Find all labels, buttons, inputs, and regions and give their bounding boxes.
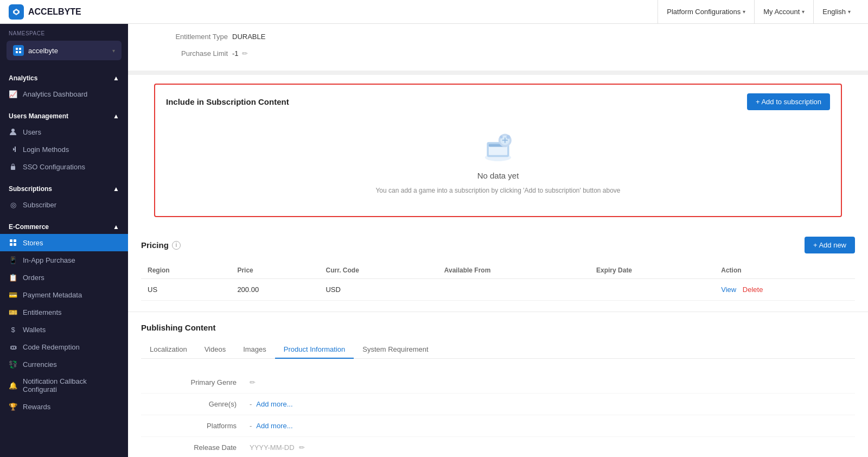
entitlement-type-value: DURABLE [232,33,265,41]
subscription-section: Include in Subscription Content + Add to… [154,84,842,217]
release-date-label: Release Date [141,443,250,452]
col-available-from: Available From [438,262,590,279]
orders-icon: 📋 [9,273,17,282]
view-pricing-link[interactable]: View [721,285,736,294]
pricing-curr-code: USD [319,279,437,301]
svg-rect-2 [16,51,18,53]
sidebar-item-subscriber[interactable]: ◎ Subscriber [0,196,128,213]
sidebar-item-sso-configurations[interactable]: SSO Configurations [0,158,128,175]
svg-rect-3 [19,51,21,53]
sidebar-item-currencies[interactable]: 💱 Currencies [0,356,128,373]
subscription-empty-state: No data yet You can add a game into a su… [166,119,830,207]
svg-rect-0 [16,48,18,50]
svg-rect-5 [11,166,15,170]
genres-row: Genre(s) - Add more... [141,393,855,415]
primary-genre-edit-icon[interactable]: ✏ [250,378,256,386]
main-layout: NAMESPACE accelbyte ▾ Analytics ▲ 📈 A [0,24,868,457]
sidebar-section-header-users-management[interactable]: Users Management ▲ [0,107,128,123]
purchase-limit-edit-icon[interactable]: ✏ [242,49,248,58]
pricing-section: Pricing i + Add new Region Price Curr. C… [128,226,868,312]
entitlements-icon: 🎫 [9,308,17,316]
namespace-selector[interactable]: accelbyte ▾ [7,41,122,60]
publishing-title: Publishing Content [141,323,855,332]
col-region: Region [141,262,231,279]
subscription-header: Include in Subscription Content + Add to… [166,93,830,110]
release-date-row: Release Date YYYY-MM-DD ✏ [141,437,855,457]
col-expiry-date: Expiry Date [590,262,714,279]
pricing-row-1: US 200.00 USD View Delete [141,279,855,301]
empty-state-illustration [479,132,517,164]
add-to-subscription-button[interactable]: + Add to subscription [747,93,830,110]
sidebar-item-orders[interactable]: 📋 Orders [0,269,128,286]
pricing-price: 200.00 [231,279,319,301]
pricing-info-icon[interactable]: i [172,241,181,250]
content-area: Entitlement Type DURABLE Purchase Limit … [128,24,868,457]
top-nav-right: Platform Configurations ▾ My Account ▾ E… [658,0,859,24]
sidebar-section-header-subscriptions[interactable]: Subscriptions ▲ [0,180,128,196]
product-information-content: Primary Genre ✏ Genre(s) - Add more... P… [141,372,855,457]
pricing-table-body: US 200.00 USD View Delete [141,279,855,301]
language-menu[interactable]: English ▾ [813,0,859,24]
platforms-add-more[interactable]: Add more... [256,422,292,430]
users-management-collapse-icon: ▲ [113,112,119,120]
sidebar-item-payment-metadata[interactable]: 💳 Payment Metadata [0,286,128,303]
login-methods-icon [9,145,17,154]
col-price: Price [231,262,319,279]
wallets-icon: $ [9,325,17,334]
brand-name: ACCELBYTE [28,7,81,17]
sidebar-section-header-ecommerce[interactable]: E-Commerce ▲ [0,218,128,234]
publishing-section: Publishing Content Localization Videos I… [128,312,868,457]
platform-config-chevron-icon: ▾ [743,9,745,15]
sidebar-section-subscriptions: Subscriptions ▲ ◎ Subscriber [0,180,128,218]
svg-point-19 [500,136,502,138]
subscriptions-collapse-icon: ▲ [113,185,119,193]
subscription-title: Include in Subscription Content [166,97,289,106]
sidebar-section-header-analytics[interactable]: Analytics ▲ [0,69,128,85]
platforms-label: Platforms [141,422,250,430]
tab-videos[interactable]: Videos [196,341,235,359]
language-chevron-icon: ▾ [848,9,851,15]
entitlement-type-label: Entitlement Type [141,33,228,41]
sidebar-item-wallets[interactable]: $ Wallets [0,321,128,338]
top-navigation: ACCELBYTE Platform Configurations ▾ My A… [0,0,868,24]
add-new-pricing-button[interactable]: + Add new [805,237,855,253]
release-date-edit-icon[interactable]: ✏ [299,443,305,452]
payment-metadata-icon: 💳 [9,290,17,299]
logo-icon [9,4,24,20]
primary-genre-label: Primary Genre [141,378,250,386]
ecommerce-collapse-icon: ▲ [113,223,119,231]
pricing-region: US [141,279,231,301]
sidebar-item-notification-callback[interactable]: 🔔 Notification Callback Configurati [0,373,128,398]
tab-system-requirement[interactable]: System Requirement [354,341,437,359]
primary-genre-row: Primary Genre ✏ [141,372,855,393]
sidebar-item-analytics-dashboard[interactable]: 📈 Analytics Dashboard [0,85,128,103]
namespace-label: NAMESPACE [0,24,128,41]
account-menu[interactable]: My Account ▾ [754,0,813,24]
platform-configurations-menu[interactable]: Platform Configurations ▾ [658,0,754,24]
notification-callback-icon: 🔔 [9,381,17,390]
pricing-header: Pricing i + Add new [141,237,855,253]
purchase-limit-label: Purchase Limit [141,49,228,58]
svg-rect-7 [14,239,16,242]
pricing-expiry-date [590,279,714,301]
delete-pricing-link[interactable]: Delete [743,285,763,294]
sidebar-item-rewards[interactable]: 🏆 Rewards [0,398,128,415]
tab-localization[interactable]: Localization [141,341,196,359]
sidebar-item-code-redemption[interactable]: 🎟 Code Redemption [0,338,128,356]
sidebar-item-stores[interactable]: Stores [0,234,128,251]
genres-add-more[interactable]: Add more... [256,400,292,408]
sidebar-item-entitlements[interactable]: 🎫 Entitlements [0,303,128,321]
col-action: Action [714,262,855,279]
sidebar-item-in-app-purchase[interactable]: 📱 In-App Purchase [0,251,128,269]
pricing-actions: View Delete [714,279,855,301]
subscriber-icon: ◎ [9,200,17,209]
brand-logo[interactable]: ACCELBYTE [9,4,658,20]
tab-product-information[interactable]: Product Information [275,341,354,359]
platforms-value: - Add more... [250,422,293,430]
tab-images[interactable]: Images [234,341,275,359]
empty-state-desc: You can add a game into a subscription b… [375,187,620,194]
sidebar-item-login-methods[interactable]: Login Methods [0,141,128,158]
svg-rect-9 [14,243,16,246]
sidebar-item-users[interactable]: Users [0,123,128,141]
platforms-row: Platforms - Add more... [141,415,855,437]
